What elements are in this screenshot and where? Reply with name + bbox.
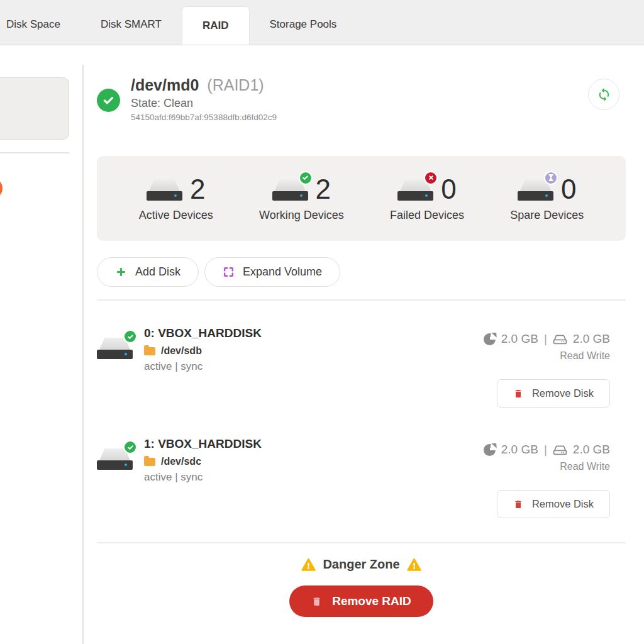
- danger-zone: Danger Zone Remove RAID: [97, 557, 626, 617]
- warning-icon: [407, 558, 421, 571]
- failed-devices-count: 0: [441, 175, 456, 204]
- harddisk-icon: [518, 177, 553, 202]
- expand-volume-label: Expand Volume: [243, 265, 322, 279]
- working-devices-label: Working Devices: [259, 209, 344, 222]
- disk-status: active | sync: [144, 360, 262, 373]
- tab-disk-smart[interactable]: Disk SMART: [80, 0, 182, 45]
- usage-separator: |: [544, 443, 547, 457]
- device-stats-band: 2 Active Devices 2 Working Devices: [97, 156, 626, 241]
- sidebar-divider: [0, 152, 69, 153]
- disk-status: active | sync: [144, 471, 262, 484]
- remove-disk-label: Remove Disk: [532, 498, 594, 510]
- disk-usage: 2.0 GB: [501, 332, 538, 346]
- disk-path: /dev/sdc: [161, 456, 201, 467]
- hourglass-badge-icon: [544, 171, 558, 185]
- failed-devices-label: Failed Devices: [390, 209, 464, 222]
- spare-devices-label: Spare Devices: [510, 209, 584, 222]
- disk-path: /dev/sdb: [161, 345, 202, 357]
- harddisk-icon: [97, 336, 133, 360]
- trash-icon: [513, 388, 523, 399]
- remove-disk-button-0[interactable]: Remove Disk: [497, 379, 610, 408]
- sidebar-orange-icon: [0, 178, 3, 199]
- check-badge-icon: [123, 440, 137, 454]
- divider: [97, 542, 626, 543]
- disk-usage-row: 2.0 GB | 2.0 GB: [484, 443, 610, 457]
- sidebar-card[interactable]: [0, 77, 69, 140]
- refresh-icon: [597, 87, 611, 102]
- folder-icon: [144, 458, 155, 466]
- disk-capacity: 2.0 GB: [573, 332, 610, 346]
- raid-title: /dev/md0 (RAID1): [131, 75, 277, 95]
- stat-spare-devices: 0 Spare Devices: [510, 175, 584, 222]
- pie-usage-icon: [484, 333, 496, 345]
- cross-badge-icon: [424, 171, 438, 185]
- tab-raid[interactable]: RAID: [182, 6, 250, 45]
- expand-volume-button[interactable]: Expand Volume: [204, 257, 340, 287]
- active-devices-count: 2: [190, 175, 205, 204]
- working-devices-count: 2: [316, 175, 331, 204]
- add-disk-label: Add Disk: [135, 265, 180, 279]
- raid-device-name: /dev/md0: [131, 76, 199, 94]
- disk-mode: Read Write: [560, 350, 610, 362]
- trash-icon: [513, 499, 523, 510]
- stat-working-devices: 2 Working Devices: [259, 175, 344, 222]
- harddisk-icon: [147, 177, 182, 202]
- danger-zone-title: Danger Zone: [323, 557, 399, 572]
- refresh-button[interactable]: [588, 79, 619, 110]
- check-badge-icon: [299, 171, 313, 185]
- harddisk-icon: [97, 447, 133, 471]
- disk-entry-0: 0: VBOX_HARDDISK /dev/sdb active | sync …: [97, 326, 626, 408]
- tab-disk-space[interactable]: Disk Space: [0, 0, 80, 45]
- raid-state: State: Clean: [131, 97, 277, 110]
- stat-failed-devices: 0 Failed Devices: [390, 175, 464, 222]
- pie-usage-icon: [484, 444, 496, 456]
- warning-icon: [301, 558, 316, 571]
- tab-bar: Disk Space Disk SMART RAID Storage Pools: [0, 0, 644, 45]
- raid-ok-icon: [97, 89, 120, 112]
- folder-icon: [144, 347, 155, 355]
- raid-uuid: 54150afd:f69bb7af:95388dfb:d6fd02c9: [131, 113, 277, 122]
- disk-title: 0: VBOX_HARDDISK: [144, 326, 262, 341]
- raid-header: /dev/md0 (RAID1) State: Clean 54150afd:f…: [97, 75, 626, 126]
- disk-mode: Read Write: [560, 461, 610, 472]
- disk-title: 1: VBOX_HARDDISK: [144, 436, 262, 452]
- disk-capacity: 2.0 GB: [573, 443, 610, 457]
- plus-icon: [115, 266, 127, 278]
- active-devices-label: Active Devices: [139, 209, 213, 222]
- remove-raid-button[interactable]: Remove RAID: [289, 586, 433, 617]
- drive-capacity-icon: [553, 445, 567, 455]
- stat-active-devices: 2 Active Devices: [139, 175, 213, 222]
- remove-disk-button-1[interactable]: Remove Disk: [497, 490, 610, 518]
- divider: [97, 299, 626, 301]
- remove-raid-label: Remove RAID: [332, 594, 411, 608]
- tab-storage-pools[interactable]: Storage Pools: [250, 0, 357, 45]
- trash-icon: [311, 596, 322, 608]
- spare-devices-count: 0: [561, 175, 576, 204]
- disk-entry-1: 1: VBOX_HARDDISK /dev/sdc active | sync …: [97, 436, 626, 518]
- raid-panel: /dev/md0 (RAID1) State: Clean 54150afd:f…: [84, 45, 644, 644]
- check-badge-icon: [123, 330, 137, 343]
- harddisk-icon: [272, 177, 308, 202]
- remove-disk-label: Remove Disk: [532, 387, 594, 399]
- add-disk-button[interactable]: Add Disk: [97, 257, 199, 287]
- raid-level: (RAID1): [207, 76, 264, 94]
- disk-usage-row: 2.0 GB | 2.0 GB: [484, 332, 610, 346]
- drive-capacity-icon: [553, 334, 567, 345]
- raid-actions: Add Disk Expand Volume: [97, 257, 626, 287]
- disk-usage: 2.0 GB: [501, 443, 538, 457]
- expand-icon: [223, 266, 235, 278]
- harddisk-icon: [397, 177, 433, 202]
- usage-separator: |: [544, 332, 547, 346]
